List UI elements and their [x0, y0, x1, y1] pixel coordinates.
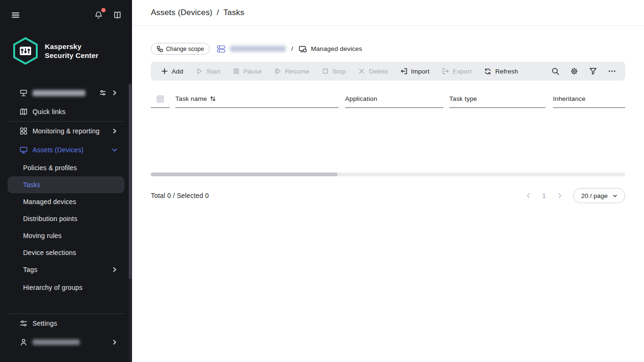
sidebar-item-label: Device selections: [23, 249, 76, 256]
sidebar-item-managed-devices[interactable]: Managed devices: [8, 193, 124, 210]
sidebar-item-label: Moving rules: [23, 232, 62, 239]
pause-icon: [232, 67, 240, 75]
delete-task-button: Delete: [352, 62, 394, 81]
sidebar-item-hierarchy-of-groups[interactable]: Hierarchy of groups: [8, 279, 124, 296]
chevron-right-icon[interactable]: [111, 90, 118, 96]
sidebar-item-label: Hierarchy of groups: [23, 284, 83, 291]
filter-icon[interactable]: [584, 62, 603, 81]
stop-icon: [322, 67, 329, 75]
column-header-task-name[interactable]: Task name: [175, 90, 339, 108]
next-page-icon[interactable]: [556, 192, 563, 199]
sidebar-item-settings[interactable]: Settings: [8, 314, 124, 333]
change-scope-label: Change scope: [166, 46, 204, 52]
resume-task-button: Resume: [268, 62, 315, 81]
breadcrumb-separator: /: [217, 8, 219, 17]
current-page-number[interactable]: 1: [542, 192, 546, 199]
help-book-icon[interactable]: [111, 9, 124, 21]
column-header-application[interactable]: Application: [345, 90, 443, 108]
sidebar-bottom: Settings: [0, 313, 132, 352]
play-icon: [196, 67, 203, 75]
grid-icon: [19, 127, 28, 135]
sidebar-item-label: Assets (Devices): [33, 146, 83, 154]
pause-task-button: Pause: [226, 62, 268, 81]
content-area: Change scope / Managed devices Add: [132, 26, 644, 203]
select-all-checkbox[interactable]: [157, 95, 164, 103]
start-task-button: Start: [190, 62, 227, 81]
redacted-server-name[interactable]: [230, 46, 286, 52]
brand-name: Kaspersky Security Center: [45, 42, 99, 60]
sidebar-item-label: Tags: [23, 266, 37, 273]
import-button[interactable]: Import: [394, 62, 436, 81]
kaspersky-hexagon-logo-icon: [12, 37, 39, 65]
breadcrumb-section: Assets (Devices): [151, 8, 213, 17]
sidebar-item-label: Settings: [33, 320, 57, 327]
gear-icon[interactable]: [565, 62, 584, 81]
sidebar-item-distribution-points[interactable]: Distribution points: [8, 210, 124, 227]
managed-devices-icon: [298, 45, 307, 53]
page-header: Assets (Devices) / Tasks: [132, 0, 644, 26]
sidebar-item-policies-profiles[interactable]: Policies & profiles: [8, 159, 124, 176]
toolbar-icon-group: [546, 62, 621, 81]
change-scope-button[interactable]: Change scope: [151, 43, 210, 55]
scope-target-label[interactable]: Managed devices: [311, 45, 362, 52]
sidebar-item-label: Quick links: [33, 108, 66, 115]
sidebar-item-monitoring-reporting[interactable]: Monitoring & reporting: [8, 122, 124, 140]
add-task-button[interactable]: Add: [155, 62, 190, 81]
sidebar-item-user-account[interactable]: [8, 333, 124, 352]
sidebar-scrollbar-track[interactable]: [129, 84, 132, 362]
sidebar-item-quick-links[interactable]: Quick links: [8, 102, 124, 121]
sidebar-item-label: Policies & profiles: [23, 164, 77, 172]
sidebar-scrollbar-thumb[interactable]: [129, 84, 132, 279]
hamburger-menu-icon[interactable]: [9, 9, 22, 21]
scope-breadcrumb: / Managed devices: [216, 44, 363, 54]
tasks-toolbar: Add Start Pause Resume Stop Delete: [151, 62, 625, 81]
server-icon: [19, 89, 28, 97]
search-icon[interactable]: [546, 62, 565, 81]
redacted-username: [33, 339, 80, 345]
column-header-task-type[interactable]: Task type: [449, 90, 545, 108]
import-icon: [400, 67, 408, 75]
selection-summary: Total 0 / Selected 0: [151, 192, 209, 199]
stop-task-button: Stop: [315, 62, 352, 81]
notification-dot: [101, 8, 106, 12]
main-panel: Assets (Devices) / Tasks Change scope / …: [132, 0, 644, 362]
scope-hierarchy-icon: [157, 46, 163, 52]
sidebar-item-server[interactable]: [8, 83, 124, 102]
sliders-icon: [19, 319, 28, 328]
sidebar-item-moving-rules[interactable]: Moving rules: [8, 227, 124, 244]
sidebar: Kaspersky Security Center Quick lin: [0, 0, 132, 362]
column-header-inheritance[interactable]: Inheritance: [553, 90, 625, 108]
sidebar-nav: Quick links Monitoring & reporting Asset…: [0, 83, 132, 296]
chevron-right-icon: [111, 128, 118, 134]
horizontal-scrollbar-thumb[interactable]: [151, 173, 338, 176]
map-icon: [19, 107, 28, 116]
horizontal-scrollbar-track[interactable]: [151, 173, 625, 176]
redacted-server-name: [33, 90, 85, 96]
sidebar-item-tasks[interactable]: Tasks: [8, 176, 124, 193]
app-logo: Kaspersky Security Center: [12, 37, 132, 65]
sidebar-item-device-selections[interactable]: Device selections: [8, 244, 124, 261]
page-size-value: 20 / page: [581, 192, 608, 199]
previous-page-icon[interactable]: [525, 192, 532, 199]
server-stack-icon: [216, 44, 226, 54]
person-icon: [19, 338, 28, 346]
sidebar-item-label: Monitoring & reporting: [33, 127, 99, 135]
sidebar-top-bar: [0, 0, 132, 30]
notifications-bell-icon[interactable]: [92, 9, 105, 21]
sort-icon[interactable]: [209, 95, 216, 102]
server-properties-icon[interactable]: [99, 89, 107, 97]
monitor-icon: [19, 146, 28, 154]
refresh-button[interactable]: Refresh: [478, 62, 524, 81]
chevron-right-icon: [111, 266, 118, 273]
chevron-down-icon: [612, 193, 618, 199]
x-icon: [358, 67, 365, 75]
sidebar-item-tags[interactable]: Tags: [8, 261, 124, 278]
sidebar-item-label: Managed devices: [23, 198, 76, 206]
scope-separator: /: [291, 45, 293, 52]
sidebar-item-assets-devices[interactable]: Assets (Devices): [8, 140, 124, 159]
more-options-icon[interactable]: [603, 62, 621, 81]
page-size-select[interactable]: 20 / page: [573, 188, 625, 203]
sidebar-item-label: Tasks: [23, 181, 41, 189]
breadcrumb-page: Tasks: [223, 8, 244, 17]
refresh-icon: [484, 67, 492, 75]
